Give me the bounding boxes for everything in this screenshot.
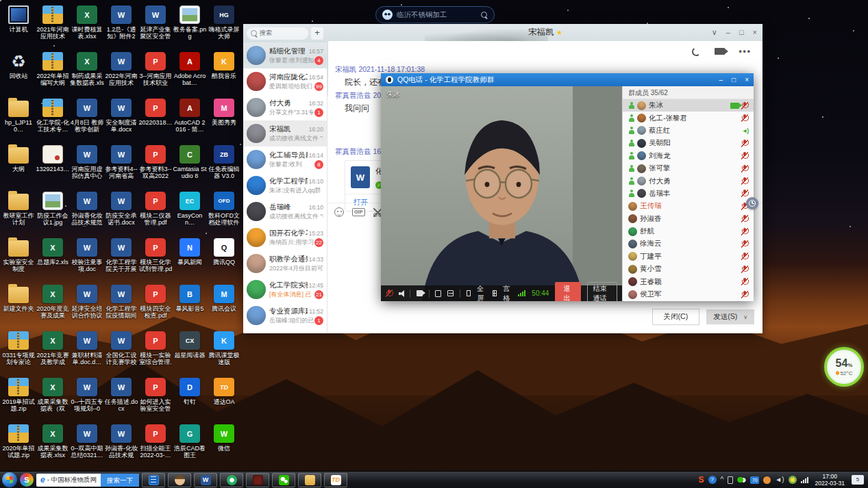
member-row[interactable]: 舒航 [623,225,754,237]
notification-badge[interactable]: 5 [852,475,864,485]
chat-search-input[interactable]: 搜索 [247,27,308,40]
taskbar-browser-app[interactable] [220,473,243,487]
member-row[interactable]: 化工-张黎君 [623,112,754,124]
screen-share-icon[interactable] [435,290,441,297]
camera-icon[interactable] [417,290,423,296]
desktop-icon[interactable]: X2021年竞赛及教学成果… [36,329,70,375]
taskbar-search-box[interactable]: e - 中国标准物质网 搜索一下 [36,474,139,487]
grid-label[interactable]: 宫格 [503,284,512,302]
desktop-icon[interactable]: X2020年度竞赛及成果统… [36,282,70,329]
desktop-icon[interactable]: ECEasyConn… [173,189,207,235]
member-row[interactable]: 张可擎 [623,162,754,175]
desktop-icon[interactable]: W1.2总-《通知》附件2-… [104,3,138,49]
desktop-icon[interactable]: 教研室工作计划 [1,189,36,235]
desktop-icon[interactable]: W河南应用虚拟仿真中心建… [70,142,104,189]
desktop-icon[interactable]: D钉钉 [173,375,207,422]
blue-badge-tray-icon[interactable]: 70 [750,476,759,484]
member-row[interactable]: 侯卫军 [623,288,754,300]
desktop-icon[interactable]: W0--双高中期总结0321… [70,422,104,468]
desktop-icon[interactable]: W安全制度清单.docx [104,96,138,142]
desktop-icon[interactable]: W微信 [207,422,241,468]
desktop-icon[interactable]: N暴风新闻 [173,235,207,282]
exit-call-button[interactable]: 退出 [555,282,580,302]
desktop-icon[interactable]: P模块三化学试剂管理.pdf [138,235,173,282]
desktop-icon[interactable]: W参考资料4--河南省高水… [104,142,138,189]
member-row[interactable]: 岳瑞丰 [623,188,754,200]
desktop-icon[interactable]: W防疫安全承诺书.docx [104,189,138,235]
desktop-icon[interactable]: 计算机 [1,3,36,49]
member-row[interactable]: 刘海龙 [623,150,754,162]
desktop-icon[interactable]: W延津安全培训合作协议书… [70,282,104,329]
video-call-icon[interactable] [715,48,725,55]
desktop-icon[interactable]: W校验注意事项.doc [70,235,104,282]
start-button[interactable] [2,472,17,487]
close-icon[interactable]: × [745,76,749,84]
help-tray-icon[interactable]: ? [708,476,717,484]
add-chat-button[interactable]: + [311,27,323,40]
voice-call-icon[interactable] [692,47,702,57]
desktop-icon[interactable]: 防疫工作会议1.jpg [36,189,70,235]
desktop-icon[interactable]: AAutoCAD 2016 - 简… [173,96,207,142]
desktop-icon[interactable]: TD通达OA [207,375,241,422]
mic-muted-icon[interactable] [386,289,393,298]
chat-list-item[interactable]: 化工学院实验12:45[有全体消息] 已21 [243,277,327,303]
desktop-search-widget[interactable]: 临沂不锈钢加工 [375,6,495,23]
desktop-icon[interactable]: M腾讯会议 [207,282,241,329]
chat-list-item[interactable]: 宋福凯16:20成功接收离线文件 "1 [243,120,327,146]
green-status-tray-icon[interactable] [789,476,797,484]
chat-list-item[interactable]: 化工辅导员群16:14张黎君:收到8 [243,146,327,172]
desktop-icon[interactable]: W延津产业集聚区安全管理… [138,3,173,49]
desktop-search-query[interactable]: 临沂不锈钢加工 [397,10,477,20]
desktop-icon[interactable]: AAdobe Acrobat… [173,49,207,96]
chat-list-item[interactable]: 专业资源库建11:52岳瑞峰:咱们的已1 [243,303,327,329]
desktop-icon[interactable]: P扫描全能王 2022-03-… [138,422,173,468]
desktop-icon[interactable]: W化学工程学院疫情期间教… [104,282,138,329]
taskbar-search-text[interactable]: - 中国标准物质网 [47,476,101,485]
more-options-icon[interactable]: ••• [739,47,752,56]
member-row[interactable]: 王传瑞 [623,200,754,212]
desktop-icon[interactable]: P模块一实验室综合管理.pdf [138,329,173,375]
desktop-icon[interactable]: 实验室安全制度 [1,235,36,282]
chat-list-item[interactable]: 职教学会通知14:332022年4月份目前可 [243,251,327,277]
desktop-icon[interactable]: W孙淑香化妆品技术规范委… [70,189,104,235]
member-row[interactable]: 蔡庄红◄) [623,125,754,137]
network-tray-icon[interactable] [801,477,808,483]
member-row[interactable]: 王睿颖 [623,275,754,287]
taskbar-word-app[interactable]: W [194,473,217,487]
minimize-icon[interactable]: – [726,29,730,36]
member-row[interactable]: 徐海云 [623,237,754,250]
chevron-down-icon[interactable]: ∨ [712,29,717,36]
taskbar-wechat-app[interactable] [272,473,295,487]
desktop-icon[interactable]: ZB任免表编辑器 V3.0 [207,142,241,189]
desktop-icon[interactable]: Q腾讯QQ [207,235,241,282]
desktop-icon[interactable]: W兼职材料清单.doc.d… [70,329,104,375]
desktop-icon[interactable]: X成果采集数据表（双高）… [36,375,70,422]
chat-list-item[interactable]: 化学工程学院16:10朱冰:没有进入qq群 [243,172,327,198]
desktop-icon[interactable]: P模块四安全检查.pdf [138,282,173,329]
taskbar-search-button[interactable]: 搜索一下 [101,474,139,487]
member-row[interactable]: 孙淑香 [623,213,754,225]
desktop-icon[interactable]: 2021年河南应用技术职… [36,3,70,49]
taskbar-reader-app[interactable] [246,473,269,487]
grid-view-icon[interactable] [493,290,497,296]
desktop-icon[interactable]: 大纲 [1,142,36,189]
desktop-icon[interactable]: 化工学院-化工技术专… [36,96,70,142]
desktop-icon[interactable]: 2019单招试题.zip [1,375,36,422]
desktop-icon[interactable]: W孙淑香-化妆品技术规范… [104,422,138,468]
desktop-icon[interactable]: X制药成果采集数据表.xlsx [70,49,104,96]
taskbar-clock[interactable]: 17:00 2022-03-31 [813,473,847,487]
desktop-icon[interactable]: W0--十四五专项规划--03… [70,375,104,422]
chat-list-item[interactable]: 国开石化学习15:23海纳百川:用学习22 [243,224,327,251]
desktop-icon[interactable]: W4月8日 教师教学创新团… [70,96,104,142]
member-row[interactable]: 吴朝阳 [623,137,754,149]
desktop-icon[interactable]: hp_LJP110… [1,96,36,142]
volume-tray-icon[interactable]: ◄) [775,476,784,483]
chat-list-item[interactable]: 精细化管理16:57张黎君:收到通知4 [243,42,327,68]
chat-list-item[interactable]: 付大勇16:32分享文件"3.31专1 [243,94,327,120]
desktop-icon[interactable]: OFD数科OFD文档处理软件 [207,189,241,235]
performance-widget[interactable]: 54% 52°C [824,347,864,387]
desktop-icon[interactable]: HG嗨格式录屏大师 [207,3,241,49]
gif-icon[interactable]: GIF [352,208,365,216]
battery-tray-icon[interactable] [728,476,733,484]
call-titlebar[interactable]: QQ电话 - 化学工程学院教师群 – □ × [381,73,754,86]
